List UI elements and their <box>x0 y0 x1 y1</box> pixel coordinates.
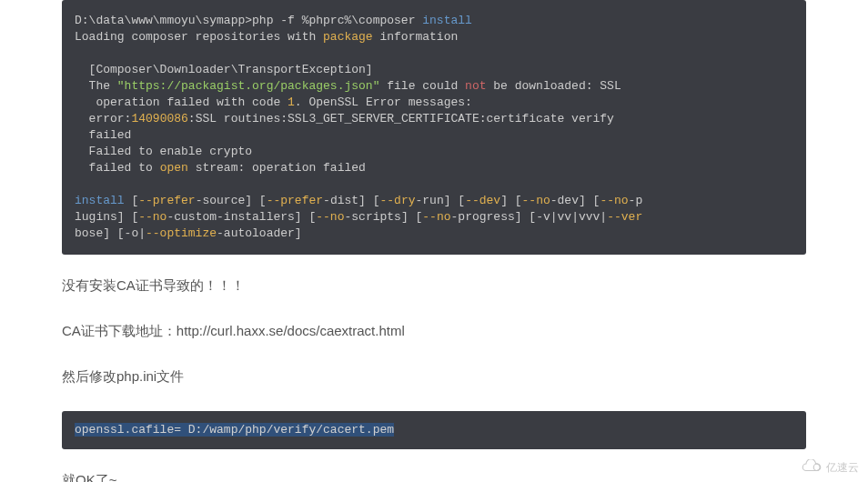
code-selected-text: openssl.cafile= D:/wamp/php/verify/cacer… <box>75 423 394 437</box>
code-flag: --no <box>138 210 167 224</box>
cloud-icon <box>801 459 823 477</box>
code-text: . OpenSSL <box>295 95 366 109</box>
code-text: -scripts] [ <box>344 210 422 224</box>
code-flag: --prefer <box>138 194 195 207</box>
code-number: 1 <box>288 95 295 109</box>
code-text: failed to <box>75 161 160 175</box>
watermark: 亿速云 <box>801 459 859 477</box>
code-text: -dist] [ <box>323 194 379 207</box>
code-keyword: install <box>422 14 472 27</box>
code-text: be downloaded: SSL <box>487 79 621 93</box>
code-text: The <box>75 79 117 93</box>
code-flag: --optimize <box>146 226 217 240</box>
code-text: failed <box>75 128 131 142</box>
code-flag: --no <box>422 210 450 224</box>
code-text: -source] [ <box>196 194 267 207</box>
code-text: stream: operation failed <box>188 161 366 175</box>
code-text: -autoloader] <box>217 226 302 240</box>
paragraph-ok: 就OK了~ <box>62 469 806 482</box>
code-keyword: not <box>465 79 486 93</box>
code-flag: --dry <box>380 194 416 207</box>
code-text: -dev] [ <box>550 194 601 207</box>
code-keyword: Error <box>366 95 401 109</box>
code-flag: --dev <box>465 194 500 207</box>
code-text: file could <box>379 79 465 93</box>
code-text: Failed to enable crypto <box>75 145 252 158</box>
code-keyword: open <box>160 161 188 175</box>
code-flag: --no <box>316 210 344 224</box>
paragraph-download-url: CA证书下载地址：http://curl.haxx.se/docs/caextr… <box>62 320 806 342</box>
code-text: [Composer\Downloader\TransportException] <box>75 63 373 76</box>
code-text: -progress] [-v|vv|vvv| <box>451 210 608 224</box>
code-text: messages: <box>401 95 472 109</box>
code-text: ] [ <box>500 194 521 207</box>
code-string: "https://packagist.org/packages.json" <box>117 79 380 93</box>
code-text: error: <box>75 112 131 126</box>
code-text: :SSL routines:SSL3_GET_SERVER_CERTIFICAT… <box>188 112 614 126</box>
code-flag: --prefer <box>267 194 323 207</box>
code-text: -custom-installers] [ <box>167 210 316 224</box>
code-text: Loading composer repositories with <box>75 30 323 44</box>
code-text: D:\data\www\mmoyu\symapp>php -f %phprc%\… <box>75 14 422 27</box>
code-text: [ <box>125 194 139 207</box>
code-flag: --ver <box>607 210 642 224</box>
code-text: lugins] [ <box>75 210 138 224</box>
code-block-ini-config: openssl.cafile= D:/wamp/php/verify/cacer… <box>62 411 806 449</box>
code-keyword: package <box>323 30 373 44</box>
paragraph-cause: 没有安装CA证书导致的！！！ <box>62 275 806 296</box>
code-text: information <box>373 30 459 44</box>
code-flag: --no <box>600 194 628 207</box>
code-text: -p <box>629 194 643 207</box>
watermark-text: 亿速云 <box>826 460 859 476</box>
code-text: bose] [-o| <box>75 226 146 240</box>
code-flag: --no <box>522 194 550 207</box>
code-text: operation failed with code <box>75 95 288 109</box>
paragraph-modify-ini: 然后修改php.ini文件 <box>62 366 806 387</box>
code-number: 14090086 <box>131 112 187 126</box>
code-block-composer-error: D:\data\www\mmoyu\symapp>php -f %phprc%\… <box>62 0 806 255</box>
code-keyword: install <box>75 194 125 207</box>
code-text: -run] [ <box>416 194 466 207</box>
